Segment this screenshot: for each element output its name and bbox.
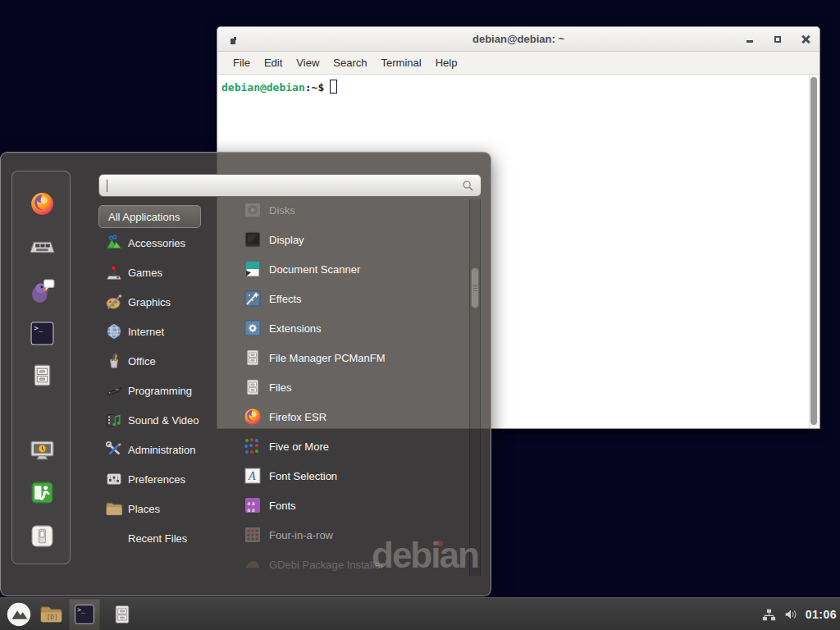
maximize-icon: [774, 36, 781, 43]
category-all-applications[interactable]: All Applications: [98, 205, 201, 228]
terminal-titlebar[interactable]: debian@debian: ~: [217, 27, 819, 52]
app-four-in-a-row[interactable]: Four-in-a-row: [218, 523, 468, 547]
places-folder-icon: [105, 500, 123, 518]
favorite-pidgin[interactable]: [12, 275, 71, 306]
app-display[interactable]: Display: [218, 227, 468, 252]
menu-file[interactable]: File: [233, 57, 250, 69]
svg-text:a a: a a: [248, 506, 256, 514]
terminal-scrollbar[interactable]: [809, 75, 819, 428]
games-icon: [105, 263, 123, 281]
taskbar-files-button[interactable]: [107, 598, 138, 630]
menu-view[interactable]: View: [296, 57, 319, 69]
office-icon: [105, 352, 123, 370]
app-gdebi-package-installer[interactable]: GDebi Package Installer: [218, 552, 468, 577]
file-cabinet-icon: [111, 603, 134, 626]
maximize-button[interactable]: [772, 34, 783, 45]
menu-edit[interactable]: Edit: [264, 57, 282, 69]
menu-launcher-button[interactable]: [2, 598, 35, 630]
disks-icon: [243, 200, 262, 220]
app-label: Files: [269, 381, 291, 394]
app-document-scanner[interactable]: Document Scanner: [218, 257, 468, 281]
scrollbar-grip: [473, 290, 477, 291]
app-label: Display: [269, 234, 304, 246]
close-button[interactable]: [800, 34, 811, 45]
taskbar: [D] >_ 01:06: [0, 597, 840, 630]
window-controls: [744, 27, 811, 52]
app-firefox-esr[interactable]: Firefox ESR: [218, 404, 468, 429]
scrollbar-grip: [473, 285, 477, 286]
app-label: Four-in-a-row: [269, 529, 333, 541]
category-accessories[interactable]: Accessories: [98, 231, 215, 255]
favorite-lock-screen[interactable]: [12, 435, 71, 466]
app-files[interactable]: Files: [218, 375, 468, 399]
favorites-sidebar: >_: [11, 171, 71, 564]
favorite-firefox[interactable]: [12, 188, 71, 219]
category-sound-video[interactable]: Sound & Video: [98, 408, 215, 432]
app-label: Fonts: [269, 500, 296, 512]
menu-scrollbar[interactable]: [469, 199, 481, 576]
menu-terminal[interactable]: Terminal: [381, 57, 422, 69]
category-preferences[interactable]: Preferences: [98, 467, 215, 491]
app-extensions[interactable]: Extensions: [218, 316, 468, 340]
category-recent-files[interactable]: Recent Files: [98, 526, 215, 550]
category-administration[interactable]: Administration: [98, 437, 215, 462]
menu-scrollbar-thumb[interactable]: [471, 267, 479, 308]
app-five-or-more[interactable]: Five or More: [218, 434, 468, 459]
network-icon[interactable]: [762, 608, 776, 622]
app-fonts[interactable]: a a a a Fonts: [218, 493, 468, 518]
graphics-icon: [105, 293, 123, 311]
category-label: Recent Files: [128, 532, 187, 545]
text-cursor: [107, 180, 107, 192]
app-label: Extensions: [269, 322, 322, 335]
file-cabinet-icon: [243, 348, 262, 368]
document-scanner-icon: [243, 259, 262, 279]
app-font-selection[interactable]: A Font Selection: [218, 463, 468, 488]
scrollbar-grip: [473, 288, 477, 289]
file-cabinet-icon: [29, 362, 56, 389]
category-programming[interactable]: Programming: [98, 378, 215, 403]
prompt-user: debian@debian: [221, 81, 305, 94]
category-label: Sound & Video: [128, 414, 199, 427]
favorite-terminal[interactable]: >_: [12, 317, 71, 349]
minimize-button[interactable]: [744, 34, 756, 45]
taskbar-terminal-button[interactable]: >_: [69, 598, 100, 630]
app-effects[interactable]: Effects: [218, 286, 468, 311]
lock-screen-icon: [29, 437, 56, 464]
category-games[interactable]: Games: [98, 260, 215, 285]
app-label: Firefox ESR: [269, 411, 326, 423]
app-label: Five or More: [269, 441, 329, 453]
search-input[interactable]: [98, 174, 482, 197]
app-disks[interactable]: Disks: [218, 198, 468, 222]
volume-icon[interactable]: [783, 607, 798, 622]
shutdown-icon: [29, 523, 56, 550]
favorite-files[interactable]: [12, 359, 71, 390]
extensions-gear-icon: [243, 318, 262, 338]
app-label: Font Selection: [269, 470, 337, 482]
app-label: Document Scanner: [269, 263, 360, 276]
four-in-a-row-icon: [243, 525, 262, 545]
category-places[interactable]: Places: [98, 496, 215, 521]
favorite-shutdown[interactable]: [12, 520, 71, 551]
programming-icon: [105, 381, 123, 399]
clock[interactable]: 01:06: [806, 608, 837, 621]
menu-help[interactable]: Help: [436, 57, 458, 69]
category-label: Administration: [128, 444, 195, 456]
favorite-control-center[interactable]: [12, 231, 71, 262]
favorite-log-out[interactable]: [12, 477, 71, 508]
system-tray: 01:06: [762, 598, 837, 630]
file-cabinet-icon: [243, 377, 262, 397]
category-graphics[interactable]: Graphics: [98, 290, 215, 314]
app-file-manager-pcmanfm[interactable]: File Manager PCManFM: [218, 345, 468, 370]
accessories-icon: [105, 234, 123, 252]
app-label: Disks: [269, 204, 295, 217]
folder-launcher-button[interactable]: [D]: [36, 598, 66, 630]
category-label: Preferences: [128, 473, 185, 486]
terminal-icon: >_: [29, 320, 56, 347]
app-label: Effects: [269, 293, 302, 305]
category-internet[interactable]: Internet: [98, 319, 215, 344]
terminal-scrollbar-thumb[interactable]: [810, 77, 817, 425]
menu-search[interactable]: Search: [333, 57, 367, 69]
terminal-icon: >_: [73, 603, 96, 626]
desktop: { "terminal": { "title": "debian@debian:…: [0, 0, 840, 630]
category-office[interactable]: Office: [98, 349, 215, 373]
